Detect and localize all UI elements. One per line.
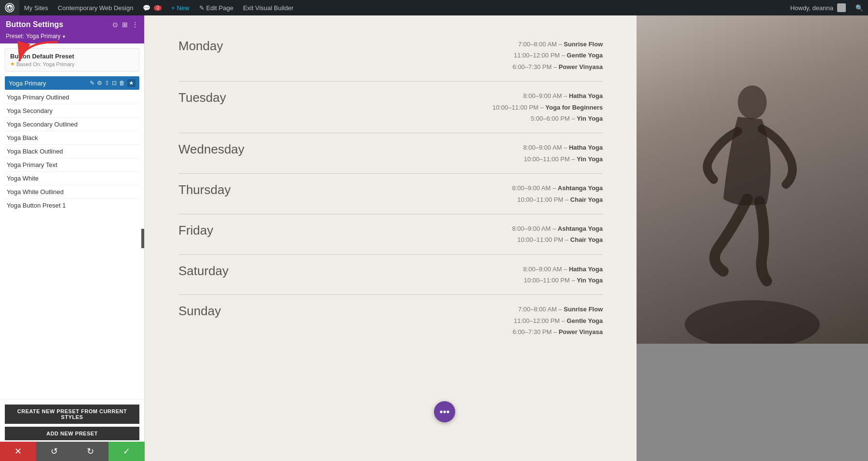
preset-edit-icon[interactable]: ✎ (90, 80, 95, 86)
table-row: Friday 8:00–9:00 AM – Ashtanga Yoga 10:0… (178, 214, 603, 255)
class-name: Sunrise Flow (564, 41, 603, 48)
day-name: Thursday (178, 182, 275, 197)
day-name: Monday (178, 39, 275, 54)
active-preset-icons: ✎ ⚙ ⇧ ⊡ 🗑 ★ (90, 79, 136, 87)
schedule-container: Monday 7:00–8:00 AM – Sunrise Flow 11:00… (169, 15, 612, 361)
class-name: Yin Yoga (577, 155, 603, 163)
cancel-icon: ✕ (14, 446, 22, 457)
search-admin-icon: 🔍 (855, 4, 863, 12)
table-row: Saturday 8:00–9:00 AM – Hatha Yoga 10:00… (178, 255, 603, 295)
class-line: 10:00–11:00 PM – Yoga for Beginners (275, 102, 603, 113)
preset-trash-icon[interactable]: 🗑 (119, 80, 125, 86)
cancel-button[interactable]: ✕ (0, 442, 36, 461)
class-name: Ashtanga Yoga (558, 225, 603, 232)
class-line: 8:00–9:00 AM – Hatha Yoga (275, 142, 603, 153)
panel-title: Button Settings (6, 20, 63, 29)
table-row: Tuesday 8:00–9:00 AM – Hatha Yoga 10:00–… (178, 82, 603, 133)
preset-line-text: Preset: (6, 33, 24, 40)
class-line: 8:00–9:00 AM – Hatha Yoga (275, 264, 603, 275)
day-classes: 8:00–9:00 AM – Hatha Yoga 10:00–11:00 PM… (275, 264, 603, 286)
class-line: 6:00–7:30 PM – Power Vinyasa (275, 61, 603, 72)
day-classes: 8:00–9:00 AM – Hatha Yoga 10:00–11:00 PM… (275, 90, 603, 124)
class-line: 10:00–11:00 PM – Chair Yoga (275, 194, 603, 205)
panel-header: Button Settings ⊙ ⊞ ⋮ (0, 15, 144, 32)
class-line: 7:00–8:00 AM – Sunrise Flow (275, 39, 603, 50)
table-row: Thursday 8:00–9:00 AM – Ashtanga Yoga 10… (178, 174, 603, 214)
site-name-label: Contemporary Web Design (58, 4, 134, 12)
svg-point-2 (738, 85, 767, 119)
list-item[interactable]: Yoga White (5, 172, 139, 185)
list-item[interactable]: Yoga Black (5, 131, 139, 145)
comment-count: 0 (154, 5, 162, 11)
active-preset-row[interactable]: Yoga Primary ✎ ⚙ ⇧ ⊡ 🗑 ★ (5, 76, 139, 90)
user-greeting: Howdy, deanna (790, 4, 833, 12)
my-sites-item[interactable]: My Sites (19, 0, 53, 15)
svg-point-3 (685, 300, 820, 344)
preset-gear-icon[interactable]: ⚙ (97, 80, 102, 86)
panel-more-icon[interactable]: ⋮ (132, 21, 138, 28)
class-name: Sunrise Flow (564, 306, 603, 313)
preset-link-icon[interactable]: ⇧ (105, 80, 109, 86)
create-preset-button[interactable]: CREATE NEW PRESET FROM CURRENT STYLES (5, 405, 139, 424)
undo-button[interactable]: ↺ (36, 442, 72, 461)
class-name: Gentle Yoga (567, 317, 603, 324)
class-name: Yoga for Beginners (545, 104, 603, 111)
fab-button[interactable]: ••• (434, 401, 455, 422)
preset-caret-icon: ▾ (63, 34, 65, 39)
preset-line: Preset: Yoga Primary ▾ (0, 32, 144, 43)
site-name-item[interactable]: Contemporary Web Design (53, 0, 138, 15)
list-item[interactable]: Yoga Secondary Outlined (5, 118, 139, 131)
confirm-button[interactable]: ✓ (108, 442, 145, 461)
day-classes: 8:00–9:00 AM – Ashtanga Yoga 10:00–11:00… (275, 182, 603, 205)
left-panel: Button Settings ⊙ ⊞ ⋮ Preset: Yoga Prima… (0, 15, 145, 461)
edit-page-item[interactable]: ✎ Edit Page (194, 0, 238, 15)
panel-settings-icon[interactable]: ⊙ (112, 21, 118, 28)
preset-copy-icon[interactable]: ⊡ (112, 80, 117, 86)
class-line: 6:00–7:30 PM – Power Vinyasa (275, 326, 603, 337)
wp-logo[interactable] (0, 0, 19, 15)
main-layout: Button Settings ⊙ ⊞ ⋮ Preset: Yoga Prima… (0, 0, 868, 461)
panel-grid-icon[interactable]: ⊞ (122, 21, 128, 28)
day-name: Sunday (178, 304, 275, 319)
list-item[interactable]: Yoga Secondary (5, 104, 139, 118)
class-name: Power Vinyasa (558, 328, 603, 335)
comments-icon: 💬 (143, 4, 150, 12)
star-icon: ★ (10, 61, 15, 67)
table-row: Monday 7:00–8:00 AM – Sunrise Flow 11:00… (178, 30, 603, 82)
list-item[interactable]: Yoga Black Outlined (5, 145, 139, 158)
yoga-image (637, 15, 868, 344)
class-name: Hatha Yoga (569, 265, 603, 273)
class-line: 5:00–6:00 PM – Yin Yoga (275, 113, 603, 124)
howdy-user[interactable]: Howdy, deanna (786, 0, 851, 15)
default-preset-title: Button Default Preset (10, 53, 134, 60)
panel-toggle-handle[interactable]: ↔ (141, 229, 145, 248)
class-name: Yin Yoga (577, 277, 603, 284)
list-item[interactable]: Yoga Primary Outlined (5, 91, 139, 104)
day-classes: 8:00–9:00 AM – Hatha Yoga 10:00–11:00 PM… (275, 142, 603, 165)
class-name: Hatha Yoga (569, 144, 603, 151)
list-item[interactable]: Yoga White Outlined (5, 185, 139, 199)
list-item[interactable]: Yoga Button Preset 1 (5, 199, 139, 212)
class-name: Chair Yoga (570, 196, 603, 203)
panel-header-icons: ⊙ ⊞ ⋮ (112, 21, 138, 28)
class-line: 7:00–8:00 AM – Sunrise Flow (275, 304, 603, 315)
my-sites-label: My Sites (24, 4, 48, 12)
edit-icon: ✎ (199, 4, 204, 12)
exit-visual-builder-item[interactable]: Exit Visual Builder (238, 0, 298, 15)
preset-star-active-icon[interactable]: ★ (127, 79, 136, 87)
class-name: Hatha Yoga (569, 92, 603, 99)
active-preset-name: Yoga Primary (9, 80, 46, 87)
default-preset-box: Button Default Preset ★ Based On: Yoga P… (5, 48, 139, 71)
class-line: 8:00–9:00 AM – Hatha Yoga (275, 90, 603, 101)
admin-bar: My Sites Contemporary Web Design 💬 0 + N… (0, 0, 868, 15)
day-name: Saturday (178, 264, 275, 279)
new-item[interactable]: + New (166, 0, 194, 15)
add-preset-button[interactable]: ADD NEW PRESET (5, 427, 139, 440)
comments-item[interactable]: 💬 0 (138, 0, 166, 15)
redo-button[interactable]: ↻ (72, 442, 108, 461)
list-item[interactable]: Yoga Primary Text (5, 158, 139, 172)
class-line: 8:00–9:00 AM – Ashtanga Yoga (275, 223, 603, 234)
class-name: Ashtanga Yoga (558, 184, 603, 192)
preset-line-name[interactable]: Yoga Primary (26, 33, 61, 40)
search-admin-item[interactable]: 🔍 (851, 0, 868, 15)
